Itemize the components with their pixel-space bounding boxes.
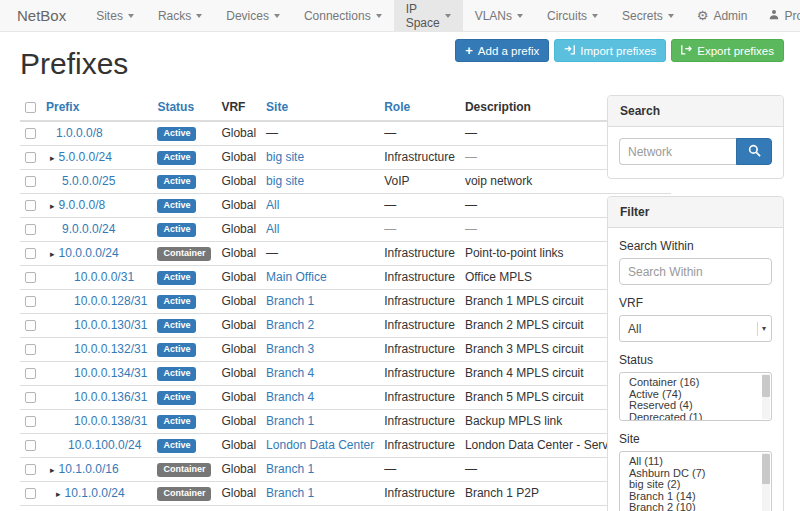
- prefix-link[interactable]: 5.0.0.0/24: [59, 150, 112, 164]
- prefix-link[interactable]: 10.1.0.0/16: [59, 462, 119, 476]
- nav-item-ip-space[interactable]: IP Space: [394, 0, 463, 31]
- import-prefixes-button[interactable]: Import prefixes: [554, 39, 666, 62]
- chevron-down-icon: ▾: [757, 322, 766, 336]
- prefix-link[interactable]: 10.0.0.130/31: [74, 318, 147, 332]
- site-link[interactable]: London Data Center: [266, 438, 374, 452]
- list-option[interactable]: Branch 2 (10): [620, 502, 771, 511]
- row-checkbox[interactable]: [25, 368, 36, 379]
- column-header-status[interactable]: Status: [152, 95, 216, 121]
- scrollbar-thumb[interactable]: [762, 454, 770, 484]
- prefix-link[interactable]: 10.0.100.0/24: [68, 438, 141, 452]
- nav-item-circuits[interactable]: Circuits: [535, 0, 610, 31]
- add-prefix-button[interactable]: + Add a prefix: [455, 39, 549, 62]
- column-sort-link[interactable]: Site: [266, 100, 288, 114]
- column-header-site[interactable]: Site: [261, 95, 379, 121]
- row-checkbox[interactable]: [25, 128, 36, 139]
- list-option[interactable]: Deprecated (1): [620, 412, 771, 422]
- site-link[interactable]: big site: [266, 174, 304, 188]
- prefix-link[interactable]: 10.1.0.0/24: [65, 486, 125, 500]
- nav-item-racks[interactable]: Racks: [146, 0, 214, 31]
- site-link[interactable]: Branch 4: [266, 366, 314, 380]
- row-checkbox[interactable]: [25, 224, 36, 235]
- nav-item-admin[interactable]: ⚙ Admin: [686, 0, 759, 31]
- row-checkbox[interactable]: [25, 296, 36, 307]
- column-sort-link[interactable]: Prefix: [46, 100, 79, 114]
- select-all-checkbox[interactable]: [25, 102, 36, 113]
- table-row: 10.0.0.138/31ActiveGlobalBranch 1Infrast…: [20, 410, 671, 434]
- search-button[interactable]: [736, 138, 772, 165]
- vrf-select[interactable]: All ▾: [619, 315, 772, 342]
- prefix-link[interactable]: 10.0.0.0/24: [59, 246, 119, 260]
- description-cell: Branch 4 MPLS circuit: [465, 366, 584, 380]
- site-link[interactable]: big site: [266, 150, 304, 164]
- list-option[interactable]: All (11): [620, 456, 771, 468]
- site-link[interactable]: Branch 3: [266, 342, 314, 356]
- row-checkbox[interactable]: [25, 344, 36, 355]
- row-checkbox[interactable]: [25, 488, 36, 499]
- nav-item-connections[interactable]: Connections: [292, 0, 394, 31]
- row-checkbox[interactable]: [25, 464, 36, 475]
- prefix-link[interactable]: 1.0.0.0/8: [56, 126, 103, 140]
- table-row: 5.0.0.0/25ActiveGlobalbig siteVoIPvoip n…: [20, 170, 671, 194]
- site-link[interactable]: Branch 1: [266, 486, 314, 500]
- column-header-prefix[interactable]: Prefix: [41, 95, 152, 121]
- nav-item-devices[interactable]: Devices: [214, 0, 292, 31]
- site-link[interactable]: Branch 1: [266, 462, 314, 476]
- nav-item-sites[interactable]: Sites: [84, 0, 146, 31]
- description-cell: Backup MPLS link: [465, 414, 562, 428]
- site-link[interactable]: Branch 1: [266, 294, 314, 308]
- status-badge: Active: [157, 367, 196, 381]
- nav-item-vlans[interactable]: VLANs: [463, 0, 535, 31]
- status-badge: Active: [157, 415, 196, 429]
- prefix-link[interactable]: 10.0.0.136/31: [74, 390, 147, 404]
- status-badge: Active: [157, 127, 196, 141]
- site-link[interactable]: Branch 2: [266, 318, 314, 332]
- expand-arrow-icon: ▸: [50, 465, 55, 475]
- row-checkbox[interactable]: [25, 320, 36, 331]
- row-checkbox[interactable]: [25, 440, 36, 451]
- list-option[interactable]: Reserved (4): [620, 400, 771, 412]
- prefix-link[interactable]: 10.0.0.128/31: [74, 294, 147, 308]
- table-row: ▸5.0.0.0/24ActiveGlobalbig siteInfrastru…: [20, 146, 671, 170]
- row-checkbox[interactable]: [25, 416, 36, 427]
- list-option[interactable]: Ashburn DC (7): [620, 468, 771, 480]
- nav-item-secrets[interactable]: Secrets: [610, 0, 686, 31]
- list-option[interactable]: Container (16): [620, 377, 771, 389]
- list-option[interactable]: Branch 1 (14): [620, 491, 771, 503]
- row-checkbox[interactable]: [25, 176, 36, 187]
- prefix-link[interactable]: 5.0.0.0/25: [62, 174, 115, 188]
- search-input[interactable]: [619, 138, 736, 165]
- column-sort-link[interactable]: Role: [384, 100, 410, 114]
- prefix-link[interactable]: 10.0.0.132/31: [74, 342, 147, 356]
- row-checkbox[interactable]: [25, 152, 36, 163]
- prefix-link[interactable]: 9.0.0.0/8: [59, 198, 106, 212]
- search-within-input[interactable]: [619, 258, 772, 285]
- nav-item-profile[interactable]: Profile: [758, 0, 800, 31]
- prefix-link[interactable]: 9.0.0.0/24: [62, 222, 115, 236]
- site-link[interactable]: Main Office: [266, 270, 326, 284]
- vrf-cell: Global: [221, 486, 256, 500]
- site-link[interactable]: Branch 1: [266, 414, 314, 428]
- status-listbox[interactable]: Container (16)Active (74)Reserved (4)Dep…: [619, 372, 772, 421]
- prefix-link[interactable]: 10.0.0.138/31: [74, 414, 147, 428]
- site-link[interactable]: All: [266, 198, 279, 212]
- prefix-link[interactable]: 10.0.0.134/31: [74, 366, 147, 380]
- row-checkbox[interactable]: [25, 248, 36, 259]
- list-option[interactable]: big site (2): [620, 479, 771, 491]
- column-header-role[interactable]: Role: [379, 95, 460, 121]
- brand-logo[interactable]: NetBox: [0, 0, 84, 31]
- row-checkbox[interactable]: [25, 392, 36, 403]
- list-option[interactable]: Active (74): [620, 389, 771, 401]
- row-checkbox[interactable]: [25, 272, 36, 283]
- row-checkbox[interactable]: [25, 200, 36, 211]
- vrf-cell: Global: [221, 462, 256, 476]
- site-listbox[interactable]: All (11)Ashburn DC (7)big site (2)Branch…: [619, 451, 772, 511]
- export-prefixes-button[interactable]: Export prefixes: [671, 39, 784, 62]
- expand-arrow-icon: ▸: [50, 201, 55, 211]
- prefix-link[interactable]: 10.0.0.0/31: [74, 270, 134, 284]
- description-cell: Branch 1 MPLS circuit: [465, 294, 584, 308]
- scrollbar-thumb[interactable]: [762, 375, 770, 397]
- site-link[interactable]: All: [266, 222, 279, 236]
- site-link[interactable]: Branch 4: [266, 390, 314, 404]
- column-sort-link[interactable]: Status: [157, 100, 194, 114]
